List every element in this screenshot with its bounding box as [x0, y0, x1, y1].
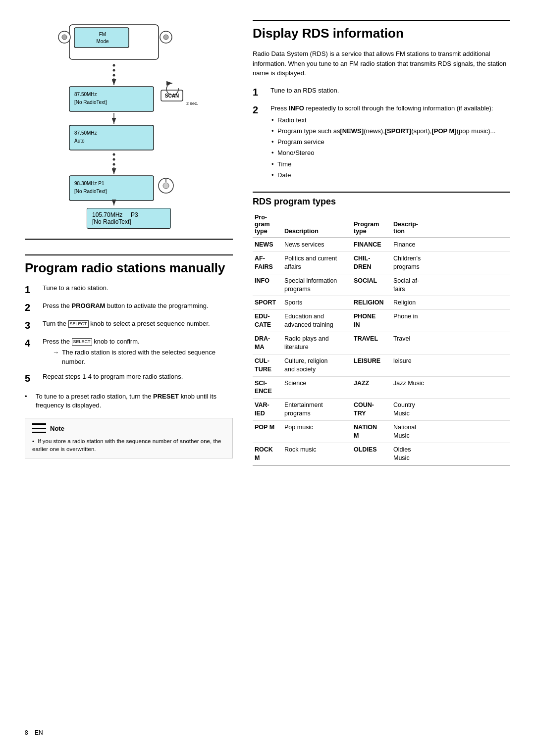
rds-step-2: 2 Press INFO repeatedly to scroll throug… — [253, 104, 510, 182]
rds-types-section: RDS program types Pro-gramtype Descripti… — [253, 192, 510, 465]
step-5-num: 5 — [25, 372, 39, 384]
diagram-radio-text-5: [No RadioText] — [92, 218, 131, 225]
description-cell: Special information programs — [282, 274, 352, 296]
svg-rect-20 — [69, 125, 154, 150]
bullet-symbol: • — [25, 392, 33, 401]
rds-types-heading: RDS program types — [253, 192, 510, 207]
table-header-row: Pro-gramtype Description Programtype Des… — [253, 212, 510, 238]
svg-text:Auto: Auto — [74, 138, 85, 144]
svg-point-24 — [113, 158, 115, 161]
page-footer: 8 EN — [25, 729, 43, 736]
step-2-num: 2 — [25, 302, 39, 313]
select-icon-1: SELECT — [68, 320, 89, 328]
col-description: Description — [282, 212, 352, 238]
prog-type2-cell: RELIGION — [352, 296, 391, 310]
svg-rect-13 — [69, 87, 154, 111]
step-4: 4 Press the SELECT knob to confirm. → Th… — [25, 337, 233, 366]
step-2-keyword: PROGRAM — [72, 302, 106, 309]
rds-sub-item-5: Time — [270, 160, 510, 169]
fm-scan-diagram: FM Mode 87.50MHz [No RadioText] SCAN — [40, 20, 218, 208]
description-cell: Pop music — [282, 421, 352, 443]
svg-text:Mode: Mode — [96, 39, 108, 44]
table-row: VAR- IEDEntertainment programsCOUN- TRYC… — [253, 399, 510, 421]
bullet-text: To tune to a preset radio station, turn … — [36, 392, 233, 410]
table-row: SPORTSportsRELIGIONReligion — [253, 296, 510, 310]
description2-cell: Jazz Music — [391, 376, 510, 399]
rds-step-1-content: Tune to an RDS station. — [270, 86, 510, 95]
note-bullet: • — [32, 438, 34, 444]
prog-type-cell: POP M — [253, 421, 282, 443]
col-description2: Descrip-tion — [391, 212, 510, 238]
rds-step-1: 1 Tune to an RDS station. — [253, 86, 510, 98]
note-label: Note — [50, 425, 64, 432]
svg-point-10 — [113, 69, 115, 72]
table-row: DRA- MARadio plays and literatureTRAVELT… — [253, 332, 510, 354]
arrow-symbol: → — [53, 348, 59, 357]
table-row: ROCK MRock musicOLDIESOldies Music — [253, 443, 510, 465]
description2-cell: Country Music — [391, 399, 510, 421]
rds-step-2-num: 2 — [253, 104, 267, 116]
note-box: Note • If you store a radio station with… — [25, 418, 233, 458]
select-icon-2: SELECT — [72, 338, 92, 346]
program-section-heading: Program radio stations manually — [25, 254, 233, 276]
prog-type-cell: INFO — [253, 274, 282, 296]
step-1-num: 1 — [25, 284, 39, 296]
display-rds-intro: Radio Data System (RDS) is a service tha… — [253, 49, 510, 78]
step-3-content: Turn the SELECT knob to select a preset … — [43, 319, 233, 328]
rds-sub-item-2: Program type such as [NEWS] (news), [SPO… — [270, 127, 510, 136]
prog-type-cell: SPORT — [253, 296, 282, 310]
svg-rect-27 — [69, 176, 154, 201]
program-section: Program radio stations manually 1 Tune t… — [25, 254, 233, 458]
step-4-arrow-item: → The radio station is stored with the s… — [43, 348, 233, 366]
description-cell: Sports — [282, 296, 352, 310]
left-column: FM Mode 87.50MHz [No RadioText] SCAN — [25, 20, 233, 736]
prog-type2-cell: FINANCE — [352, 238, 391, 252]
col-prog-type2: Programtype — [352, 212, 391, 238]
prog-type-cell: EDU- CATE — [253, 310, 282, 332]
right-column: Display RDS information Radio Data Syste… — [253, 20, 510, 736]
rds-sub-list: Radio text Program type such as [NEWS] (… — [270, 116, 510, 180]
svg-point-23 — [113, 153, 115, 156]
step-2-content: Press the PROGRAM button to activate the… — [43, 302, 233, 310]
info-keyword: INFO — [289, 104, 304, 112]
bullet-preset: • To tune to a preset radio station, tur… — [25, 392, 233, 410]
display-rds-steps: 1 Tune to an RDS station. 2 Press INFO r… — [253, 86, 510, 182]
display-rds-section: Display RDS information Radio Data Syste… — [253, 20, 510, 182]
step-4-arrow-text: The radio station is stored with the sel… — [62, 348, 233, 366]
description-cell: Rock music — [282, 443, 352, 465]
svg-point-25 — [113, 163, 115, 166]
svg-rect-2 — [74, 28, 129, 48]
description2-cell: Phone in — [391, 310, 510, 332]
step-4-content: Press the SELECT knob to confirm. → The … — [43, 337, 233, 366]
description2-cell: Religion — [391, 296, 510, 310]
prog-type2-cell: OLDIES — [352, 443, 391, 465]
prog-type2-cell: LEISURE — [352, 354, 391, 376]
svg-point-11 — [113, 74, 115, 77]
svg-text:FM: FM — [99, 32, 106, 37]
description2-cell: National Music — [391, 421, 510, 443]
program-steps-list: 1 Tune to a radio station. 2 Press the P… — [25, 284, 233, 384]
prog-type2-cell: JAZZ — [352, 376, 391, 399]
svg-text:87.50MHz: 87.50MHz — [74, 92, 97, 97]
note-content: • If you store a radio station with the … — [32, 437, 225, 453]
svg-text:[No RadioText]: [No RadioText] — [74, 189, 107, 194]
svg-text:98.30MHz       P1: 98.30MHz P1 — [74, 181, 105, 186]
step-5: 5 Repeat steps 1-4 to program more radio… — [25, 372, 233, 384]
display-rds-heading: Display RDS information — [253, 20, 510, 41]
prog-type2-cell: TRAVEL — [352, 332, 391, 354]
description2-cell: Oldies Music — [391, 443, 510, 465]
description2-cell: Social af- fairs — [391, 274, 510, 296]
description2-cell: Finance — [391, 238, 510, 252]
description-cell: Radio plays and literature — [282, 332, 352, 354]
description2-cell: Travel — [391, 332, 510, 354]
prog-type2-cell: CHIL- DREN — [352, 252, 391, 274]
prog-type2-cell: COUN- TRY — [352, 399, 391, 421]
svg-point-6 — [163, 35, 168, 40]
svg-text:[No RadioText]: [No RadioText] — [74, 100, 107, 105]
rds-step-1-num: 1 — [253, 86, 267, 98]
svg-text:SCAN: SCAN — [165, 93, 179, 99]
step-3: 3 Turn the SELECT knob to select a prese… — [25, 319, 233, 331]
svg-text:2 sec.: 2 sec. — [186, 101, 198, 106]
prog-type2-cell: SOCIAL — [352, 274, 391, 296]
prog-type-cell: DRA- MA — [253, 332, 282, 354]
